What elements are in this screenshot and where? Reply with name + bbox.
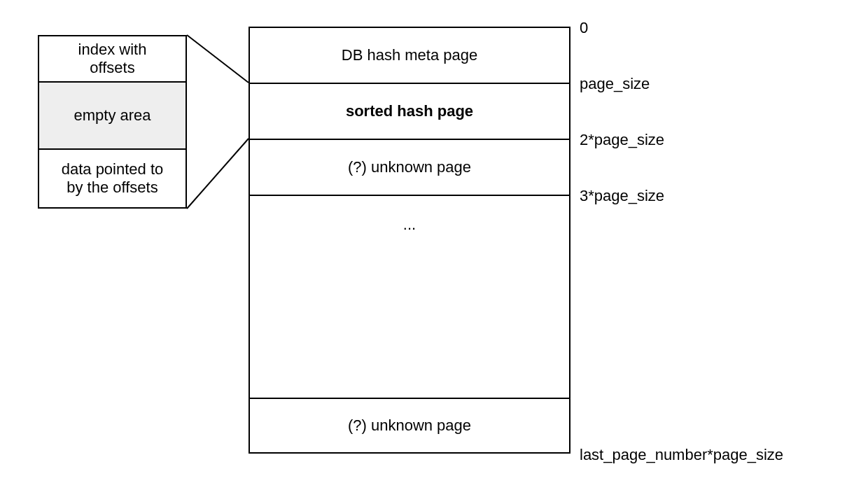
page-meta: DB hash meta page <box>248 27 570 83</box>
detail-data-label: data pointed to by the offsets <box>62 160 164 197</box>
svg-line-1 <box>187 139 248 209</box>
offset-0: 0 <box>580 19 588 37</box>
offset-2-page-size: 2*page_size <box>580 131 664 149</box>
svg-line-0 <box>187 35 248 83</box>
page-unknown-last: (?) unknown page <box>248 398 570 454</box>
page-meta-label: DB hash meta page <box>342 46 477 64</box>
detail-index-label: index with offsets <box>78 41 147 78</box>
page-ellipsis: ... <box>248 195 570 398</box>
page-unknown2-label: (?) unknown page <box>348 416 471 435</box>
page-ellipsis-label: ... <box>403 216 416 234</box>
offset-page-size: page_size <box>580 75 650 93</box>
detail-empty-area: empty area <box>38 81 187 148</box>
offset-3-page-size: 3*page_size <box>580 187 664 205</box>
page-unknown-1: (?) unknown page <box>248 139 570 195</box>
detail-index-with-offsets: index with offsets <box>38 35 187 81</box>
page-sorted: sorted hash page <box>248 83 570 139</box>
page-unknown1-label: (?) unknown page <box>348 158 471 176</box>
detail-data-pointed: data pointed to by the offsets <box>38 148 187 209</box>
offset-last: last_page_number*page_size <box>580 446 783 464</box>
diagram-stage: index with offsets empty area data point… <box>0 0 868 483</box>
detail-empty-label: empty area <box>74 106 150 125</box>
page-sorted-label: sorted hash page <box>346 102 473 120</box>
